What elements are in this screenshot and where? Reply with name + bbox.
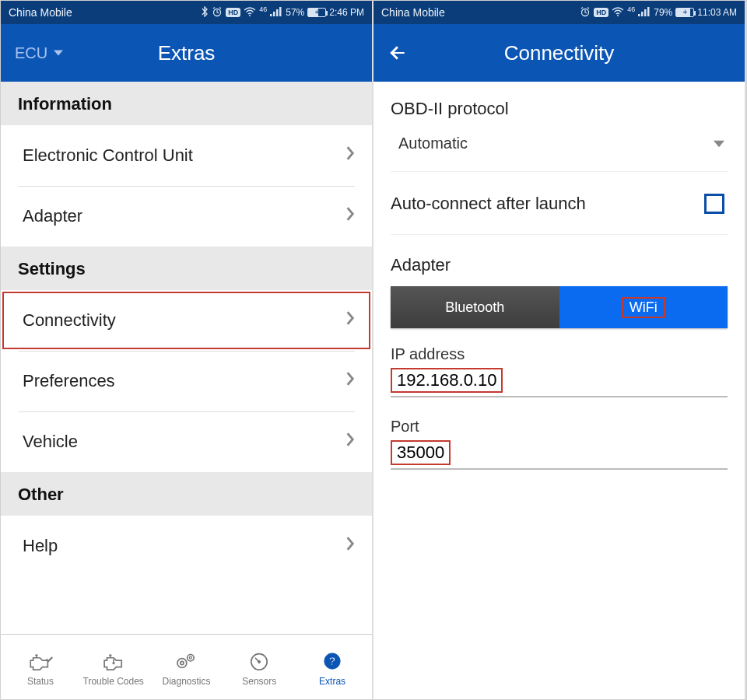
bottom-nav: Status Trouble Codes Diagnostics Sensors… (1, 634, 372, 699)
engine-check-icon (27, 649, 54, 673)
svg-rect-3 (273, 12, 275, 16)
nav-sensors[interactable]: Sensors (223, 649, 296, 687)
svg-rect-4 (276, 9, 279, 16)
extras-list[interactable]: Information Electronic Control Unit Adap… (1, 82, 372, 634)
network-type-label: 46 (627, 5, 635, 13)
chevron-right-icon (345, 206, 355, 226)
nav-label: Sensors (242, 676, 276, 687)
status-bar: China Mobile HD 46 57% + 2:46 PM (1, 1, 372, 24)
svg-point-8 (181, 661, 184, 664)
chevron-right-icon (345, 145, 355, 166)
nav-extras[interactable]: ? Extras (296, 649, 369, 687)
dropdown-arrow-icon (714, 137, 724, 151)
alarm-icon (212, 6, 223, 19)
svg-rect-2 (270, 14, 272, 16)
segment-label: WiFi (622, 297, 665, 318)
signal-icon (638, 7, 651, 18)
nav-diagnostics[interactable]: Diagnostics (150, 649, 223, 687)
svg-point-16 (617, 15, 619, 16)
port-field: Port 35000 (391, 418, 728, 470)
segment-wifi[interactable]: WiFi (559, 286, 728, 328)
network-type-label: 46 (259, 5, 267, 13)
svg-rect-18 (641, 12, 644, 16)
app-bar: ECU Extras (1, 24, 372, 82)
adapter-segmented: Bluetooth WiFi (391, 286, 728, 328)
svg-text:?: ? (329, 655, 336, 667)
question-circle-icon: ? (319, 649, 345, 673)
protocol-value: Automatic (398, 135, 468, 152)
signal-icon (270, 7, 282, 18)
hd-badge-icon: HD (226, 8, 240, 17)
chevron-right-icon (345, 432, 355, 452)
row-help[interactable]: Help (1, 516, 372, 576)
hd-badge-icon: HD (594, 8, 608, 17)
row-ecu[interactable]: Electronic Control Unit (1, 125, 372, 186)
engine-warn-icon (100, 649, 127, 673)
nav-label: Trouble Codes (83, 676, 144, 687)
svg-point-7 (177, 658, 187, 667)
gauge-icon (246, 649, 272, 673)
ip-field: IP address 192.168.0.10 (391, 345, 728, 397)
svg-rect-5 (279, 7, 282, 16)
chevron-right-icon (345, 536, 355, 556)
carrier-label: China Mobile (381, 6, 445, 19)
battery-icon: + (307, 8, 326, 17)
svg-point-1 (249, 15, 251, 16)
nav-status[interactable]: Status (4, 649, 77, 687)
ip-input[interactable]: 192.168.0.10 (391, 368, 503, 393)
row-vehicle[interactable]: Vehicle (1, 411, 372, 472)
row-label: Preferences (23, 371, 115, 391)
status-bar: China Mobile HD 46 79% + 11:03 AM (374, 1, 745, 24)
alarm-icon (580, 6, 591, 19)
back-button[interactable] (388, 43, 408, 63)
connectivity-form: OBD-II protocol Automatic Auto-connect a… (374, 82, 745, 699)
clock: 11:03 AM (697, 7, 737, 18)
nav-label: Status (27, 676, 54, 687)
battery-pct: 57% (286, 7, 304, 18)
carrier-label: China Mobile (9, 6, 72, 19)
extras-screen: China Mobile HD 46 57% + 2:46 PM ECU (1, 1, 374, 699)
svg-rect-19 (644, 9, 647, 16)
svg-point-10 (190, 656, 192, 659)
ecu-label: ECU (15, 44, 47, 62)
battery-icon: + (675, 8, 694, 17)
autoconnect-label: Auto-connect after launch (391, 194, 586, 214)
nav-label: Diagnostics (162, 676, 210, 687)
chevron-right-icon (345, 371, 355, 391)
svg-point-12 (258, 660, 261, 663)
bluetooth-icon (201, 6, 209, 19)
svg-rect-20 (647, 7, 650, 16)
arrow-left-icon (388, 43, 408, 63)
segment-bluetooth[interactable]: Bluetooth (391, 286, 559, 328)
svg-point-9 (188, 654, 195, 661)
wifi-icon (244, 7, 256, 18)
wifi-icon (612, 7, 624, 18)
row-adapter-info[interactable]: Adapter (1, 186, 372, 247)
row-preferences[interactable]: Preferences (1, 351, 372, 411)
autoconnect-checkbox[interactable] (704, 194, 724, 214)
connectivity-screen: China Mobile HD 46 79% + 11:03 AM Connec… (374, 1, 746, 699)
ip-label: IP address (391, 345, 728, 363)
dropdown-arrow-icon (54, 48, 63, 58)
port-input[interactable]: 35000 (391, 440, 451, 465)
row-label: Adapter (23, 206, 82, 226)
autoconnect-row[interactable]: Auto-connect after launch (391, 187, 728, 235)
chevron-right-icon (345, 310, 355, 331)
section-header-other: Other (1, 472, 372, 516)
nav-trouble-codes[interactable]: Trouble Codes (77, 649, 150, 687)
clock: 2:46 PM (329, 7, 364, 18)
section-header-information: Information (1, 82, 372, 125)
app-bar: Connectivity (374, 24, 745, 82)
protocol-dropdown[interactable]: Automatic (391, 127, 728, 172)
ecu-dropdown[interactable]: ECU (15, 44, 63, 62)
adapter-label: Adapter (391, 255, 728, 275)
section-header-settings: Settings (1, 247, 372, 290)
battery-pct: 79% (654, 7, 672, 18)
row-connectivity[interactable]: Connectivity (1, 290, 372, 351)
row-label: Electronic Control Unit (23, 145, 193, 166)
screen-title: Connectivity (374, 41, 745, 65)
svg-rect-17 (638, 14, 640, 16)
gears-icon (173, 649, 199, 673)
row-label: Connectivity (23, 310, 116, 331)
nav-label: Extras (319, 676, 345, 687)
